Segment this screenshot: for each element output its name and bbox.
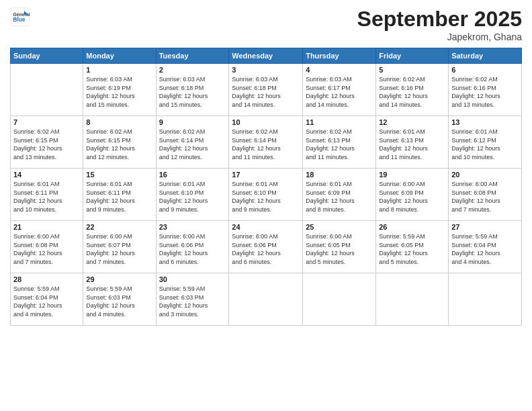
calendar-cell bbox=[303, 273, 376, 326]
calendar-header-thursday: Thursday bbox=[303, 48, 376, 64]
logo-icon: General Blue bbox=[10, 7, 30, 27]
page-subtitle: Japekrom, Ghana bbox=[357, 32, 522, 42]
day-number: 8 bbox=[86, 118, 152, 126]
calendar-week-3: 14Sunrise: 6:01 AMSunset: 6:11 PMDayligh… bbox=[11, 169, 522, 221]
day-number: 19 bbox=[379, 171, 445, 179]
calendar-cell: 20Sunrise: 6:00 AMSunset: 6:08 PMDayligh… bbox=[449, 169, 522, 221]
calendar-week-5: 28Sunrise: 5:59 AMSunset: 6:04 PMDayligh… bbox=[11, 273, 522, 326]
calendar-cell bbox=[229, 273, 303, 326]
day-info: Sunrise: 5:59 AMSunset: 6:03 PMDaylight:… bbox=[86, 285, 152, 318]
day-number: 30 bbox=[159, 275, 226, 283]
calendar-cell: 11Sunrise: 6:02 AMSunset: 6:13 PMDayligh… bbox=[303, 116, 376, 169]
day-info: Sunrise: 6:03 AMSunset: 6:18 PMDaylight:… bbox=[232, 75, 300, 109]
calendar-cell: 24Sunrise: 6:00 AMSunset: 6:06 PMDayligh… bbox=[229, 221, 303, 273]
calendar-header-wednesday: Wednesday bbox=[229, 48, 303, 64]
day-number: 9 bbox=[159, 118, 226, 126]
calendar-table: SundayMondayTuesdayWednesdayThursdayFrid… bbox=[10, 48, 522, 326]
day-info: Sunrise: 6:03 AMSunset: 6:19 PMDaylight:… bbox=[86, 75, 152, 109]
day-number: 13 bbox=[451, 118, 519, 126]
day-number: 26 bbox=[379, 223, 445, 231]
calendar-cell: 5Sunrise: 6:02 AMSunset: 6:16 PMDaylight… bbox=[376, 64, 449, 116]
day-info: Sunrise: 6:00 AMSunset: 6:07 PMDaylight:… bbox=[86, 232, 152, 266]
calendar-header-monday: Monday bbox=[83, 48, 156, 64]
day-number: 5 bbox=[379, 66, 445, 74]
day-info: Sunrise: 6:00 AMSunset: 6:05 PMDaylight:… bbox=[306, 232, 373, 266]
day-info: Sunrise: 6:01 AMSunset: 6:09 PMDaylight:… bbox=[306, 180, 373, 214]
day-number: 23 bbox=[159, 223, 226, 231]
calendar-cell: 19Sunrise: 6:00 AMSunset: 6:09 PMDayligh… bbox=[376, 169, 449, 221]
calendar-cell: 23Sunrise: 6:00 AMSunset: 6:06 PMDayligh… bbox=[156, 221, 229, 273]
calendar-cell: 14Sunrise: 6:01 AMSunset: 6:11 PMDayligh… bbox=[11, 169, 83, 221]
calendar-cell: 13Sunrise: 6:01 AMSunset: 6:12 PMDayligh… bbox=[449, 116, 522, 169]
calendar-cell: 8Sunrise: 6:02 AMSunset: 6:15 PMDaylight… bbox=[83, 116, 156, 169]
day-number: 12 bbox=[379, 118, 445, 126]
day-number: 3 bbox=[232, 66, 300, 74]
page: General Blue September 2025 Japekrom, Gh… bbox=[0, 0, 532, 411]
day-info: Sunrise: 6:02 AMSunset: 6:13 PMDaylight:… bbox=[306, 128, 373, 161]
calendar-cell: 9Sunrise: 6:02 AMSunset: 6:14 PMDaylight… bbox=[156, 116, 229, 169]
day-number: 4 bbox=[306, 66, 373, 74]
calendar-cell bbox=[11, 64, 83, 116]
day-number: 29 bbox=[86, 275, 152, 283]
day-number: 10 bbox=[232, 118, 300, 126]
day-info: Sunrise: 6:02 AMSunset: 6:14 PMDaylight:… bbox=[159, 128, 226, 161]
day-info: Sunrise: 6:00 AMSunset: 6:08 PMDaylight:… bbox=[13, 232, 80, 266]
calendar-week-4: 21Sunrise: 6:00 AMSunset: 6:08 PMDayligh… bbox=[11, 221, 522, 273]
day-number: 7 bbox=[13, 118, 80, 126]
day-number: 17 bbox=[232, 171, 300, 179]
day-number: 14 bbox=[13, 171, 80, 179]
calendar-cell: 16Sunrise: 6:01 AMSunset: 6:10 PMDayligh… bbox=[156, 169, 229, 221]
day-info: Sunrise: 6:01 AMSunset: 6:13 PMDaylight:… bbox=[379, 128, 445, 161]
calendar-cell: 21Sunrise: 6:00 AMSunset: 6:08 PMDayligh… bbox=[11, 221, 83, 273]
page-title: September 2025 bbox=[357, 7, 522, 32]
day-info: Sunrise: 6:00 AMSunset: 6:06 PMDaylight:… bbox=[232, 232, 300, 266]
day-info: Sunrise: 6:00 AMSunset: 6:08 PMDaylight:… bbox=[451, 180, 519, 214]
calendar-cell bbox=[376, 273, 449, 326]
day-info: Sunrise: 6:02 AMSunset: 6:16 PMDaylight:… bbox=[451, 75, 519, 109]
day-info: Sunrise: 5:59 AMSunset: 6:03 PMDaylight:… bbox=[159, 285, 226, 318]
day-info: Sunrise: 6:01 AMSunset: 6:12 PMDaylight:… bbox=[451, 128, 519, 161]
day-info: Sunrise: 6:01 AMSunset: 6:10 PMDaylight:… bbox=[232, 180, 300, 214]
calendar-header-row: SundayMondayTuesdayWednesdayThursdayFrid… bbox=[11, 48, 522, 64]
day-info: Sunrise: 6:02 AMSunset: 6:15 PMDaylight:… bbox=[13, 128, 80, 161]
day-info: Sunrise: 5:59 AMSunset: 6:05 PMDaylight:… bbox=[379, 232, 445, 266]
calendar-cell: 12Sunrise: 6:01 AMSunset: 6:13 PMDayligh… bbox=[376, 116, 449, 169]
calendar-cell: 18Sunrise: 6:01 AMSunset: 6:09 PMDayligh… bbox=[303, 169, 376, 221]
calendar-cell: 15Sunrise: 6:01 AMSunset: 6:11 PMDayligh… bbox=[83, 169, 156, 221]
day-info: Sunrise: 6:03 AMSunset: 6:17 PMDaylight:… bbox=[306, 75, 373, 109]
calendar-cell bbox=[449, 273, 522, 326]
day-info: Sunrise: 6:03 AMSunset: 6:18 PMDaylight:… bbox=[159, 75, 226, 109]
day-number: 2 bbox=[159, 66, 226, 74]
calendar-header-sunday: Sunday bbox=[11, 48, 83, 64]
calendar-cell: 17Sunrise: 6:01 AMSunset: 6:10 PMDayligh… bbox=[229, 169, 303, 221]
day-number: 24 bbox=[232, 223, 300, 231]
day-number: 25 bbox=[306, 223, 373, 231]
day-info: Sunrise: 5:59 AMSunset: 6:04 PMDaylight:… bbox=[13, 285, 80, 318]
day-info: Sunrise: 6:01 AMSunset: 6:10 PMDaylight:… bbox=[159, 180, 226, 214]
day-number: 1 bbox=[86, 66, 152, 74]
title-block: September 2025 Japekrom, Ghana bbox=[357, 7, 522, 42]
day-info: Sunrise: 6:01 AMSunset: 6:11 PMDaylight:… bbox=[86, 180, 152, 214]
day-info: Sunrise: 6:02 AMSunset: 6:15 PMDaylight:… bbox=[86, 128, 152, 161]
day-number: 20 bbox=[451, 171, 519, 179]
day-number: 21 bbox=[13, 223, 80, 231]
calendar-cell: 4Sunrise: 6:03 AMSunset: 6:17 PMDaylight… bbox=[303, 64, 376, 116]
calendar-cell: 25Sunrise: 6:00 AMSunset: 6:05 PMDayligh… bbox=[303, 221, 376, 273]
calendar-cell: 26Sunrise: 5:59 AMSunset: 6:05 PMDayligh… bbox=[376, 221, 449, 273]
calendar-cell: 1Sunrise: 6:03 AMSunset: 6:19 PMDaylight… bbox=[83, 64, 156, 116]
calendar-header-tuesday: Tuesday bbox=[156, 48, 229, 64]
day-info: Sunrise: 6:00 AMSunset: 6:06 PMDaylight:… bbox=[159, 232, 226, 266]
calendar-cell: 28Sunrise: 5:59 AMSunset: 6:04 PMDayligh… bbox=[11, 273, 83, 326]
calendar-cell: 30Sunrise: 5:59 AMSunset: 6:03 PMDayligh… bbox=[156, 273, 229, 326]
calendar-cell: 6Sunrise: 6:02 AMSunset: 6:16 PMDaylight… bbox=[449, 64, 522, 116]
day-number: 6 bbox=[451, 66, 519, 74]
day-number: 22 bbox=[86, 223, 152, 231]
calendar-header-friday: Friday bbox=[376, 48, 449, 64]
calendar-cell: 29Sunrise: 5:59 AMSunset: 6:03 PMDayligh… bbox=[83, 273, 156, 326]
day-number: 15 bbox=[86, 171, 152, 179]
header: General Blue September 2025 Japekrom, Gh… bbox=[10, 7, 522, 42]
calendar-cell: 2Sunrise: 6:03 AMSunset: 6:18 PMDaylight… bbox=[156, 64, 229, 116]
day-info: Sunrise: 5:59 AMSunset: 6:04 PMDaylight:… bbox=[451, 232, 519, 266]
day-number: 18 bbox=[306, 171, 373, 179]
day-info: Sunrise: 6:02 AMSunset: 6:16 PMDaylight:… bbox=[379, 75, 445, 109]
